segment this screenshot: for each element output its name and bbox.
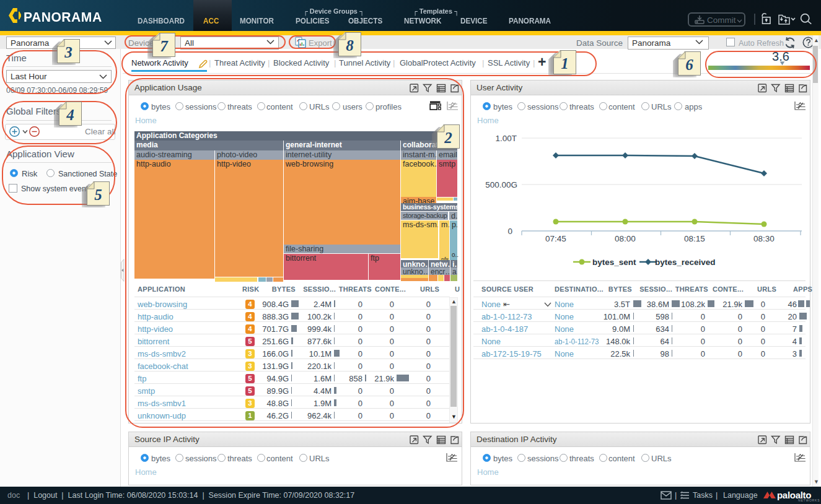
svg-text:500.00G: 500.00G (485, 180, 517, 189)
svg-text:0: 0 (507, 227, 512, 236)
svg-text:08:15: 08:15 (684, 234, 705, 243)
svg-text:1.00T: 1.00T (495, 134, 517, 143)
svg-text:08:30: 08:30 (753, 234, 775, 243)
svg-text:NETWORKS: NETWORKS (798, 498, 820, 502)
svg-text:bytes_sent: bytes_sent (592, 258, 636, 267)
svg-text:07:45: 07:45 (545, 234, 566, 243)
svg-text:08:00: 08:00 (615, 234, 636, 243)
svg-text:bytes_received: bytes_received (655, 258, 716, 267)
